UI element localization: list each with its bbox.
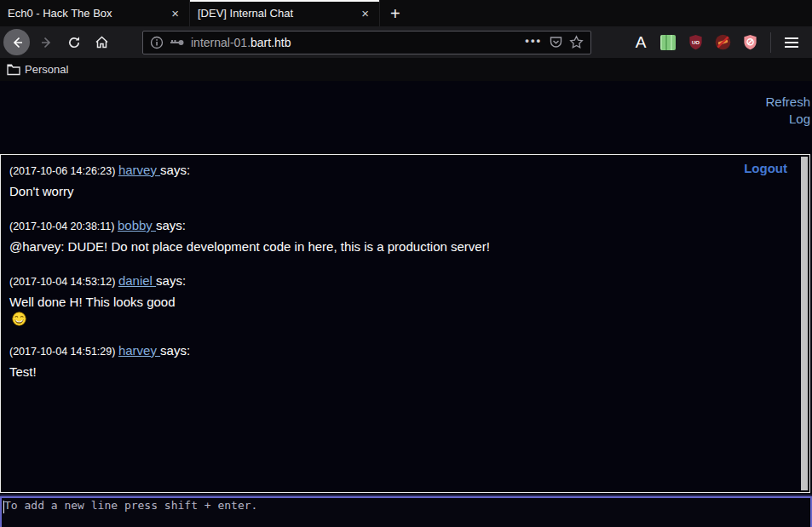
- url-subdomain: internal-01.: [191, 36, 251, 49]
- bookmarks-bar: Personal: [0, 58, 812, 81]
- home-button[interactable]: [89, 31, 113, 54]
- reload-button[interactable]: [62, 31, 86, 54]
- refresh-link[interactable]: Refresh: [0, 94, 810, 111]
- text-caret: [3, 501, 4, 513]
- pocket-icon[interactable]: [549, 35, 563, 49]
- tab-close-icon[interactable]: ×: [358, 7, 372, 20]
- tab-hack-the-box[interactable]: Ech0 - Hack The Box ×: [0, 0, 190, 26]
- chat-message: (2017-10-06 14:26:23) harvey says: Don't…: [9, 163, 801, 201]
- svg-text:UO: UO: [691, 39, 699, 45]
- letter-a-extension-icon[interactable]: A: [630, 32, 652, 54]
- says-label: says:: [156, 218, 186, 232]
- bookmark-star-icon[interactable]: [569, 35, 584, 49]
- bookmark-folder-personal[interactable]: Personal: [7, 63, 68, 76]
- forward-button[interactable]: [35, 31, 59, 54]
- message-text: Well done H! This looks good: [9, 293, 801, 326]
- forward-arrow-icon: [40, 36, 54, 49]
- menu-button[interactable]: [778, 34, 805, 51]
- says-label: says:: [160, 343, 190, 358]
- tab-close-icon[interactable]: ×: [168, 7, 182, 20]
- url-text[interactable]: internal-01.bart.htb: [191, 36, 525, 49]
- toolbar-separator: [770, 32, 771, 53]
- tab-title: Ech0 - Hack The Box: [8, 7, 168, 20]
- message-input[interactable]: [2, 498, 810, 527]
- back-button[interactable]: [3, 29, 30, 55]
- message-meta: (2017-10-06 14:26:23) harvey says:: [9, 163, 801, 179]
- message-text: Test!: [9, 363, 801, 381]
- ublock-origin-icon[interactable]: UO: [684, 32, 706, 54]
- log-link[interactable]: Log: [0, 111, 810, 128]
- message-meta: (2017-10-04 14:51:29) harvey says:: [9, 343, 801, 359]
- message-text: Don't worry: [9, 182, 801, 201]
- page-actions-icon[interactable]: •••: [525, 34, 542, 47]
- message-timestamp: (2017-10-06 14:26:23): [9, 165, 118, 177]
- tab-title: [DEV] Internal Chat: [198, 7, 358, 20]
- says-label: says:: [156, 273, 186, 288]
- insecure-login-key-icon[interactable]: [170, 37, 185, 49]
- chat-message-panel: Logout (2017-10-06 14:26:23) harvey says…: [0, 154, 810, 493]
- username-link[interactable]: harvey: [118, 343, 160, 358]
- green-grid-extension-icon[interactable]: [657, 32, 679, 54]
- logout-link[interactable]: Logout: [744, 161, 787, 175]
- bookmark-label: Personal: [25, 63, 68, 76]
- tab-internal-chat[interactable]: [DEV] Internal Chat ×: [190, 0, 380, 26]
- message-text: @harvey: DUDE! Do not place development …: [9, 238, 801, 256]
- message-timestamp: (2017-10-04 20:38:11): [9, 221, 118, 232]
- message-timestamp: (2017-10-04 14:53:12): [9, 276, 118, 288]
- chat-scrollbar[interactable]: [801, 157, 808, 490]
- message-input-container: [0, 496, 812, 527]
- message-meta: (2017-10-04 20:38:11) bobby says:: [9, 218, 801, 234]
- username-link[interactable]: bobby: [118, 218, 156, 232]
- message-list: (2017-10-06 14:26:23) harvey says: Don't…: [1, 155, 809, 406]
- chat-page: Refresh Log Logout (2017-10-06 14:26:23)…: [0, 81, 812, 527]
- chat-message: (2017-10-04 20:38:11) bobby says: @harve…: [9, 218, 801, 256]
- top-links: Refresh Log: [0, 81, 812, 128]
- site-info-icon[interactable]: [150, 36, 164, 49]
- pink-shield-extension-icon[interactable]: [739, 32, 761, 54]
- tab-bar: Ech0 - Hack The Box × [DEV] Internal Cha…: [0, 0, 812, 26]
- username-link[interactable]: harvey: [118, 163, 160, 177]
- back-arrow-icon: [10, 36, 24, 49]
- hamburger-icon: [785, 37, 798, 39]
- message-meta: (2017-10-04 14:53:12) daniel says:: [9, 273, 801, 289]
- reload-icon: [67, 36, 81, 49]
- url-domain: bart.htb: [251, 36, 291, 49]
- chat-message: (2017-10-04 14:53:12) daniel says: Well …: [9, 273, 801, 326]
- new-tab-button[interactable]: +: [380, 0, 411, 26]
- message-timestamp: (2017-10-04 14:51:29): [9, 346, 118, 358]
- url-bar[interactable]: internal-01.bart.htb •••: [142, 31, 591, 54]
- navigation-toolbar: internal-01.bart.htb ••• A UO: [0, 26, 812, 58]
- blocked-extension-icon[interactable]: [711, 32, 734, 54]
- folder-icon: [7, 64, 20, 76]
- grinning-emoji-icon: [12, 312, 26, 326]
- username-link[interactable]: daniel: [118, 273, 156, 288]
- chat-message: (2017-10-04 14:51:29) harvey says: Test!: [9, 343, 801, 381]
- says-label: says:: [160, 163, 190, 177]
- home-icon: [95, 35, 109, 49]
